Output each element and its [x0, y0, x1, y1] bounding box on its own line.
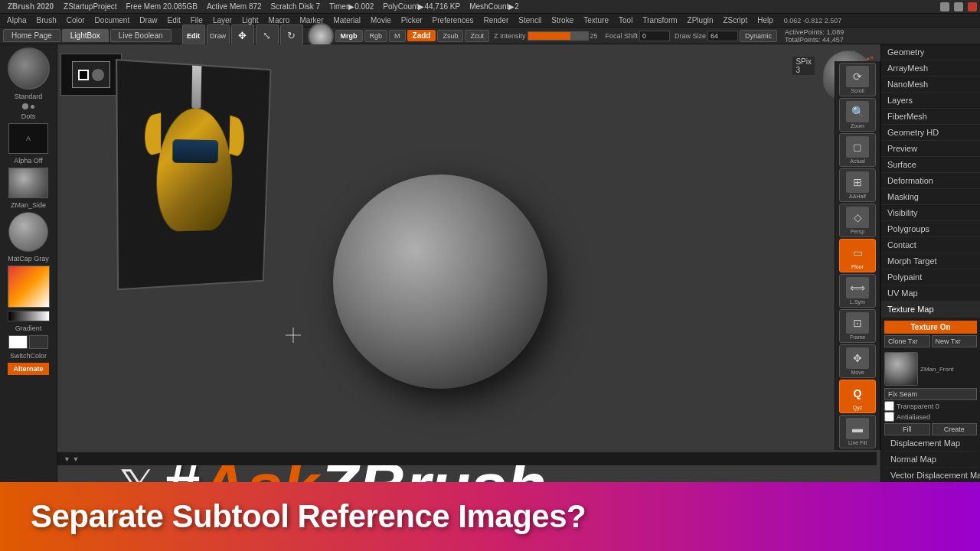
texture-info: ZMan_Front	[920, 366, 954, 373]
frame-tool-btn[interactable]: ⊡ Frame	[839, 309, 876, 343]
menu-arraymesh[interactable]: ArrayMesh	[881, 60, 980, 77]
texture-thumbnail[interactable]	[884, 352, 918, 386]
menu-visibility[interactable]: Visibility	[881, 205, 980, 221]
fix-seam-button[interactable]: Fix Seam	[884, 388, 977, 400]
new-txr-button[interactable]: New Txr	[932, 335, 978, 347]
qyz-tool-btn[interactable]: Q Qyz	[839, 380, 876, 413]
menu-nanomesh[interactable]: NanoMesh	[881, 77, 980, 93]
points-display: ActivePoints: 1,089 TotalPoints: 44,457	[785, 28, 844, 44]
tool-panel: ⟳ Scroll 🔍 Zoom ◻ Actual ⊞ AAHalf ◇ Pers…	[835, 61, 880, 450]
menu-displacement-map[interactable]: Displacement Map	[884, 435, 977, 452]
transparent-checkbox[interactable]	[884, 401, 894, 411]
antialiased-label: Antialiased	[897, 413, 930, 421]
maximize-button[interactable]	[954, 2, 963, 11]
linefill-tool-btn[interactable]: ▬ Line Fill	[839, 415, 876, 448]
zoom-tool-btn[interactable]: 🔍 Zoom	[839, 98, 876, 132]
helmet-wing-left	[145, 112, 161, 156]
menu-preview[interactable]: Preview	[881, 141, 980, 157]
zsub-button[interactable]: Zsub	[437, 30, 463, 42]
menu-brush[interactable]: Brush	[33, 15, 60, 25]
material-preview[interactable]	[8, 212, 48, 252]
menu-fibermesh[interactable]: FiberMesh	[881, 109, 980, 125]
persp-label: Persp	[851, 229, 864, 234]
menu-contact[interactable]: Contact	[881, 237, 980, 253]
z-intensity-label: Z Intensity	[494, 32, 526, 40]
menu-layers[interactable]: Layers	[881, 93, 980, 109]
fill-create-area: Fill Create	[884, 423, 977, 435]
rotate-icon[interactable]: ↻	[280, 24, 303, 47]
tab-liveboolean[interactable]: Live Boolean	[110, 29, 172, 42]
menu-deformation[interactable]: Deformation	[881, 173, 980, 189]
fg-swatch[interactable]	[8, 335, 28, 349]
zadd-button[interactable]: Zadd	[407, 30, 436, 41]
menu-texture-map[interactable]: Texture Map	[881, 302, 980, 318]
create-button[interactable]: Create	[932, 423, 978, 435]
bg-swatch[interactable]	[29, 335, 48, 349]
mem-active: Active Mem 872	[203, 2, 266, 11]
menu-alpha[interactable]: Alpha	[3, 15, 31, 25]
texture-on-button[interactable]: Texture On	[884, 321, 977, 334]
window-controls	[940, 2, 977, 11]
tab-homepage[interactable]: Home Page	[3, 29, 60, 42]
alternate-button[interactable]: Alternate	[8, 363, 49, 375]
canvas-area[interactable]: 𝕏 # Ask ZBrush SPix 3 X Y Z	[57, 44, 880, 534]
z-intensity-area: Z Intensity 25	[494, 31, 598, 41]
zman-preview[interactable]	[8, 168, 48, 198]
floor-icon: ▭	[846, 242, 869, 263]
scale-icon[interactable]: ⤡	[256, 24, 279, 47]
fill-button[interactable]: Fill	[884, 423, 930, 435]
focal-shift-input[interactable]	[639, 31, 670, 41]
helmet-graphic	[145, 90, 245, 262]
scratch-disk: Scratch Disk 7	[267, 2, 324, 11]
menu-masking[interactable]: Masking	[881, 189, 980, 205]
switch-label: SwitchColor	[10, 352, 47, 360]
bottom-caption: Separate Subtool Reference Images?	[0, 482, 980, 551]
frame-label: Frame	[850, 334, 865, 340]
menu-uv-map[interactable]: UV Map	[881, 285, 980, 302]
far-right-menu: Geometry ArrayMesh NanoMesh Layers Fiber…	[880, 44, 980, 534]
menu-polygroups[interactable]: Polygroups	[881, 221, 980, 237]
z-intensity-slider[interactable]	[528, 31, 589, 41]
lsym-tool-btn[interactable]: ⟺ L.Sym	[839, 274, 876, 308]
menu-geometryhd[interactable]: Geometry HD	[881, 125, 980, 141]
tab-lightbox[interactable]: LightBox	[62, 29, 109, 42]
move-tool-btn[interactable]: ✥ Move	[839, 344, 876, 378]
clone-txr-button[interactable]: Clone Txr	[884, 335, 930, 347]
m-button[interactable]: M	[389, 30, 406, 42]
draw-mode-icon[interactable]: Draw	[207, 24, 230, 47]
menu-draw[interactable]: Draw	[136, 15, 161, 25]
close-button[interactable]	[968, 2, 977, 11]
reference-image-panel[interactable]	[116, 59, 271, 290]
menu-polypaint[interactable]: Polypaint	[881, 269, 980, 285]
floor-tool-btn[interactable]: ▭ Floor	[839, 239, 876, 272]
actual-tool-btn[interactable]: ◻ Actual	[839, 133, 876, 167]
helmet-top-spike	[191, 60, 201, 109]
antialiased-checkbox[interactable]	[884, 412, 894, 422]
menu-morph-target[interactable]: Morph Target	[881, 253, 980, 269]
draw-size-input[interactable]	[707, 31, 738, 41]
alpha-preview[interactable]: A	[8, 123, 48, 154]
minimize-button[interactable]	[940, 2, 949, 11]
edit-mode-icon[interactable]: Edit	[182, 24, 205, 47]
scroll-tool-btn[interactable]: ⟳ Scroll	[839, 63, 876, 96]
menu-normal-map[interactable]: Normal Map	[884, 452, 977, 468]
persp-tool-btn[interactable]: ◇ Persp	[839, 204, 876, 237]
svg-text:X: X	[870, 54, 873, 61]
total-points: TotalPoints: 44,457	[785, 36, 844, 44]
draw-size-label: Draw Size	[675, 32, 706, 40]
menu-vector-displacement[interactable]: Vector Displacement Map	[884, 468, 977, 484]
color-swatch[interactable]	[8, 266, 50, 308]
menu-surface[interactable]: Surface	[881, 157, 980, 173]
gradient-bar[interactable]	[8, 311, 50, 321]
menu-color[interactable]: Color	[63, 15, 89, 25]
aahalf-tool-btn[interactable]: ⊞ AAHalf	[839, 168, 876, 202]
move-icon[interactable]: ✥	[231, 24, 254, 47]
brush-preview[interactable]	[8, 47, 50, 90]
dynamic-button[interactable]: Dynamic	[740, 30, 777, 42]
menu-geometry[interactable]: Geometry	[881, 44, 980, 60]
rgb-button[interactable]: Rgb	[364, 30, 388, 42]
zcut-button[interactable]: Zcut	[465, 30, 489, 42]
mrgb-button[interactable]: Mrgb	[335, 30, 363, 42]
menu-document[interactable]: Document	[91, 15, 134, 25]
alpha2-label: ZMan_Side	[11, 201, 46, 209]
